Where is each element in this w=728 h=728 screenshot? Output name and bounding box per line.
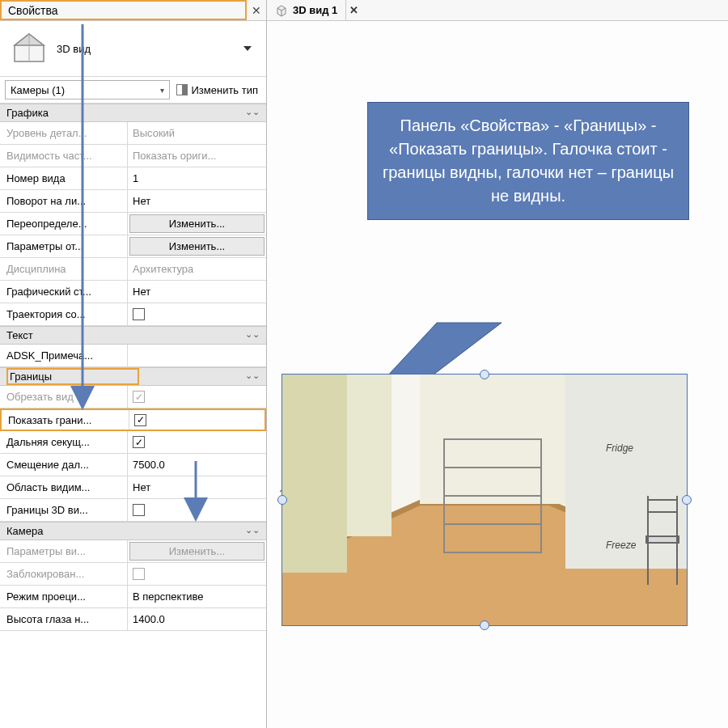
prop-adsk-note: ADSK_Примеча... [0, 345, 128, 366]
prop-view-num-value[interactable]: 1 [128, 167, 266, 189]
prop-view-params-button: Изменить... [129, 542, 265, 561]
prop-far-offset-value[interactable]: 7500.0 [128, 454, 266, 476]
prop-rotate-value[interactable]: Нет [128, 190, 266, 212]
properties-title: Свойства [0, 0, 247, 20]
prop-crop-view: Обрезать вид [0, 386, 128, 408]
3d-view-frame[interactable]: Fridge Freeze [281, 374, 688, 626]
edit-type-icon [176, 84, 188, 95]
prop-display-opt: Параметры от... [0, 235, 128, 257]
section-graphics[interactable]: Графика ⌄⌄ [0, 104, 266, 122]
prop-projection-value[interactable]: В перспективе [128, 586, 266, 607]
crop-handle-right[interactable] [682, 495, 692, 505]
section-bounds[interactable]: Границы ⌄⌄ [0, 367, 266, 386]
svg-rect-12 [347, 375, 392, 536]
svg-text:Freeze: Freeze [606, 540, 637, 551]
locked-checkbox [133, 568, 145, 580]
sun-path-checkbox[interactable] [133, 308, 145, 320]
instance-combo[interactable]: Камеры (1) ▾ [5, 80, 170, 99]
svg-text:Fridge: Fridge [606, 442, 633, 454]
prop-far-offset: Смещение дал... [0, 454, 128, 476]
prop-rotate: Поворот на ли... [0, 190, 128, 212]
edit-type-label: Изменить тип [191, 84, 258, 96]
prop-far-clip: Дальняя секущ... [0, 431, 128, 453]
prop-graphic-style: Графический ст... [0, 281, 128, 303]
instance-label: Камеры (1) [11, 84, 65, 96]
far-clip-checkbox[interactable]: ✓ [133, 436, 145, 448]
section-text[interactable]: Текст ⌄⌄ [0, 326, 266, 345]
properties-header: Свойства ✕ [0, 0, 266, 21]
prop-vis-region: Область видим... [0, 476, 128, 498]
chevron-down-icon: ▾ [160, 86, 164, 95]
tab-3dview[interactable]: 3D вид 1 [267, 0, 346, 20]
prop-override: Переопределе... [0, 213, 128, 235]
section-camera[interactable]: Камера ⌄⌄ [0, 522, 266, 540]
type-selector[interactable]: 3D вид [0, 21, 266, 77]
cube-icon [275, 4, 288, 17]
prop-eye-height: Высота глаза н... [0, 608, 128, 630]
collapse-icon: ⌄⌄ [245, 370, 260, 381]
type-dropdown-label: 3D вид [57, 43, 91, 55]
prop-eye-height-value[interactable]: 1400.0 [128, 608, 266, 630]
prop-view-num: Номер вида [0, 167, 128, 189]
crop-handle-left[interactable] [277, 495, 287, 505]
prop-discipline-value: Архитектура [128, 258, 266, 280]
crop-view-checkbox: ✓ [133, 391, 145, 403]
collapse-icon: ⌄⌄ [245, 329, 260, 340]
prop-show-crop: Показать грани... [2, 410, 129, 430]
prop-visibility-value[interactable]: Показать ориги... [128, 145, 266, 167]
prop-discipline: Дисциплина [0, 258, 128, 280]
chevron-down-icon [243, 46, 252, 51]
svg-rect-11 [282, 375, 347, 573]
prop-projection: Режим проеци... [0, 586, 128, 607]
crop-handle-top[interactable] [480, 370, 489, 379]
prop-adsk-note-value[interactable] [128, 345, 266, 366]
show-crop-checkbox[interactable]: ✓ [134, 414, 146, 426]
prop-display-opt-button[interactable]: Изменить... [129, 237, 265, 256]
prop-graphic-style-value[interactable]: Нет [128, 281, 266, 303]
prop-sun-path: Траектория со... [0, 303, 128, 325]
crop-handle-bottom[interactable] [480, 620, 489, 630]
tab-strip: 3D вид 1 ✕ [267, 0, 728, 21]
collapse-icon: ⌄⌄ [245, 107, 260, 117]
prop-visibility: Видимость част... [0, 145, 128, 167]
prop-view-params: Параметры ви... [0, 540, 128, 562]
house-icon [10, 29, 49, 68]
edit-type-button[interactable]: Изменить тип [173, 83, 261, 98]
properties-panel: Свойства ✕ 3D вид Камеры (1) ▾ [0, 0, 267, 728]
collapse-icon: ⌄⌄ [245, 525, 260, 535]
tab-close-icon[interactable]: ✕ [346, 4, 362, 16]
viewport: 3D вид 1 ✕ Панель «Свойства» - «Границы»… [267, 0, 728, 728]
bounds-3d-checkbox[interactable] [133, 504, 145, 516]
tab-label: 3D вид 1 [293, 4, 337, 16]
prop-locked: Заблокирован... [0, 563, 128, 585]
prop-bounds-3d: Границы 3D ви... [0, 499, 128, 521]
annotation-callout: Панель «Свойства» - «Границы» - «Показат… [367, 102, 689, 220]
prop-override-button[interactable]: Изменить... [129, 214, 265, 233]
prop-detail-level-value[interactable]: Высокий [128, 122, 266, 144]
prop-detail-level: Уровень детал... [0, 122, 128, 144]
properties-close-icon[interactable]: ✕ [247, 4, 266, 17]
type-dropdown[interactable]: 3D вид [57, 43, 256, 55]
svg-rect-21 [646, 536, 679, 543]
prop-vis-region-value[interactable]: Нет [128, 476, 266, 498]
